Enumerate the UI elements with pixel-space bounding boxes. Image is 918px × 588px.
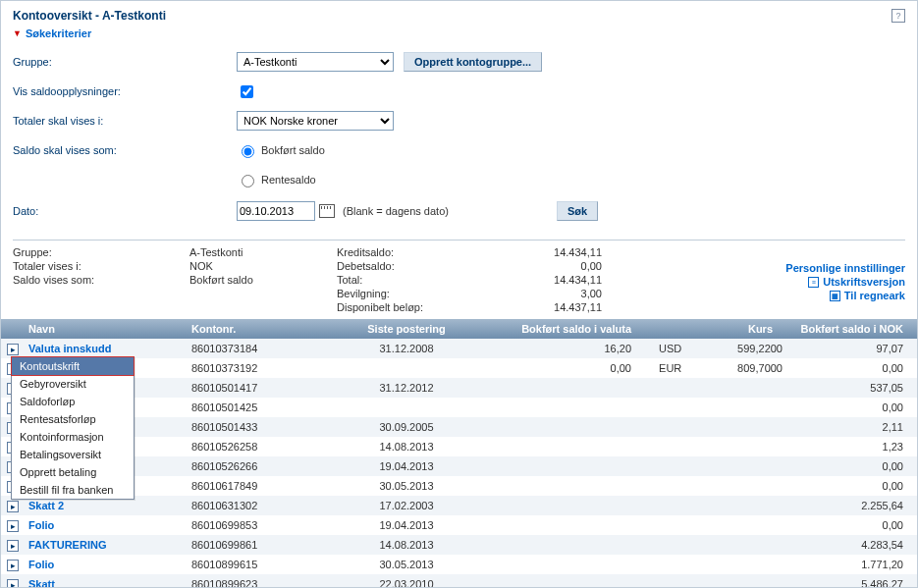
- account-number: 86010526258: [186, 441, 333, 453]
- account-number: 86010501433: [186, 421, 333, 433]
- personal-settings-link[interactable]: Personlige innstillinger: [785, 262, 905, 274]
- currency-code: USD: [643, 343, 697, 354]
- last-posting: 14.08.2013: [333, 441, 480, 453]
- row-context-menu: KontoutskriftGebyroversiktSaldoforløpRen…: [11, 356, 135, 500]
- row-expand-icon[interactable]: ▸: [7, 501, 19, 512]
- document-icon: ≡: [808, 277, 819, 288]
- totals-currency-select[interactable]: NOK Norske kroner: [237, 111, 394, 131]
- summary-band: Gruppe: Totaler vises i: Saldo vises som…: [13, 240, 905, 317]
- booked-balance-label: Bokført saldo: [261, 144, 325, 156]
- row-expand-icon[interactable]: ▸: [7, 579, 19, 589]
- date-label: Dato:: [13, 205, 237, 217]
- account-name-link[interactable]: FAKTURERING: [28, 539, 106, 551]
- last-posting: 30.05.2013: [333, 480, 480, 492]
- summary-balance-as-label: Saldo vises som:: [13, 274, 189, 286]
- spreadsheet-icon: ▦: [830, 291, 840, 301]
- context-menu-item[interactable]: Bestill fil fra banken: [12, 481, 134, 499]
- summary-metric-value: 0,00: [513, 260, 602, 272]
- summary-metric-label: Debetsaldo:: [337, 260, 513, 272]
- balance-in-currency: 0,00: [480, 362, 637, 374]
- account-overview-panel: Kontooversikt - A-Testkonti ? ▼ Søkekrit…: [0, 0, 918, 588]
- last-posting: 19.04.2013: [333, 460, 480, 472]
- context-menu-item[interactable]: Saldoforløp: [12, 393, 134, 410]
- balance-in-nok: 0,00: [788, 401, 917, 413]
- col-postering[interactable]: Siste postering: [333, 323, 480, 335]
- criteria-toggle-row: ▼ Søkekriterier: [1, 27, 917, 45]
- last-posting: 22.03.2010: [333, 578, 480, 588]
- account-number: 86010526266: [186, 460, 333, 472]
- account-name-link[interactable]: Skatt 2: [28, 500, 64, 511]
- account-number: 86010373184: [186, 343, 333, 354]
- col-bal-nok[interactable]: Bokført saldo i NOK: [788, 323, 917, 335]
- account-number: 86010501417: [186, 382, 333, 394]
- account-number: 86010699861: [186, 539, 333, 551]
- account-number: 86010899623: [186, 578, 333, 588]
- table-row: ▸FAKTURERING8601069986114.08.20134.283,5…: [1, 535, 917, 555]
- last-posting: 14.08.2013: [333, 539, 480, 551]
- table-row: ▸Folio8601089961530.05.20131.771,20: [1, 555, 917, 574]
- table-row: ▸Skatt8601089962322.03.20105.486,27: [1, 574, 917, 588]
- last-posting: 31.12.2012: [333, 382, 480, 394]
- summary-metric-label: Total:: [337, 274, 513, 286]
- account-number: 86010899615: [186, 559, 333, 570]
- account-name-link[interactable]: Folio: [28, 559, 54, 570]
- show-balance-checkbox[interactable]: [241, 85, 253, 98]
- col-kurs[interactable]: Kurs: [637, 323, 788, 335]
- context-menu-item[interactable]: Opprett betaling: [12, 463, 134, 481]
- table-header-row: Navn Kontonr. Siste postering Bokført sa…: [1, 319, 917, 339]
- table-row: ▸8601052625814.08.20131,23: [1, 437, 917, 456]
- account-name-link[interactable]: Skatt: [28, 578, 55, 588]
- col-navn[interactable]: Navn: [23, 323, 186, 335]
- summary-totals-label: Totaler vises i:: [13, 260, 189, 272]
- interest-balance-radio[interactable]: [242, 175, 254, 187]
- criteria-form: Gruppe: A-Testkonti Opprett kontogruppe.…: [1, 45, 917, 236]
- create-group-button[interactable]: Opprett kontogruppe...: [404, 52, 542, 72]
- account-number: 86010631302: [186, 500, 333, 511]
- group-select[interactable]: A-Testkonti: [237, 52, 394, 72]
- last-posting: 17.02.2003: [333, 500, 480, 511]
- table-row: ▸8601061784930.05.20130,00: [1, 476, 917, 496]
- row-expand-icon[interactable]: ▸: [7, 560, 19, 571]
- last-posting: 19.04.2013: [333, 519, 480, 531]
- calendar-icon[interactable]: [319, 204, 335, 218]
- account-number: 86010699853: [186, 519, 333, 531]
- date-input[interactable]: [237, 201, 315, 221]
- balance-in-nok: 2.255,64: [788, 500, 917, 511]
- panel-header: Kontooversikt - A-Testkonti ?: [1, 1, 917, 27]
- row-expand-icon[interactable]: ▸: [7, 520, 19, 532]
- row-expand-icon[interactable]: ▸: [7, 540, 19, 552]
- print-version-link[interactable]: ≡Utskriftsversjon: [808, 276, 905, 288]
- table-row: ▸8601052626619.04.20130,00: [1, 456, 917, 476]
- context-menu-item[interactable]: Kontoinformasjon: [12, 428, 134, 446]
- context-menu-item[interactable]: Betalingsoversikt: [12, 446, 134, 463]
- summary-metric-label: Disponibelt beløp:: [337, 301, 513, 313]
- balance-in-nok: 2,11: [788, 421, 917, 433]
- account-number: 86010373192: [186, 362, 333, 374]
- col-bal-valuta[interactable]: Bokført saldo i valuta: [480, 323, 637, 335]
- context-menu-item[interactable]: Rentesatsforløp: [12, 410, 134, 428]
- balance-in-nok: 1,23: [788, 441, 917, 453]
- context-menu-item[interactable]: Gebyroversikt: [12, 375, 134, 393]
- account-name-link[interactable]: Folio: [28, 519, 54, 531]
- table-row: ▸Skatt 28601063130217.02.20032.255,64: [1, 496, 917, 515]
- help-icon[interactable]: ?: [891, 9, 905, 23]
- criteria-toggle[interactable]: ▼ Søkekriterier: [13, 27, 91, 39]
- balance-in-nok: 0,00: [788, 480, 917, 492]
- col-kontonr[interactable]: Kontonr.: [186, 323, 333, 335]
- balance-in-nok: 5.486,27: [788, 578, 917, 588]
- to-spreadsheet-link[interactable]: ▦Til regneark: [830, 290, 905, 301]
- table-row: ▸8601050141731.12.2012537,05: [1, 378, 917, 398]
- balance-in-nok: 1.771,20: [788, 559, 917, 570]
- date-hint: (Blank = dagens dato): [343, 205, 449, 217]
- search-button[interactable]: Søk: [557, 201, 598, 221]
- summary-metric-value: 14.434,11: [513, 274, 602, 286]
- table-row: ▸860103731920,00EUR809,70000,00: [1, 358, 917, 378]
- account-name-link[interactable]: Valuta innskudd: [28, 343, 111, 354]
- last-posting: 30.05.2013: [333, 559, 480, 570]
- summary-metric-value: 3,00: [513, 288, 602, 299]
- totals-label: Totaler skal vises i:: [13, 115, 237, 127]
- booked-balance-radio[interactable]: [242, 145, 254, 158]
- context-menu-item[interactable]: Kontoutskrift: [11, 356, 135, 376]
- row-expand-icon[interactable]: ▸: [7, 344, 19, 355]
- table-row: ▸rd860105014250,00: [1, 398, 917, 417]
